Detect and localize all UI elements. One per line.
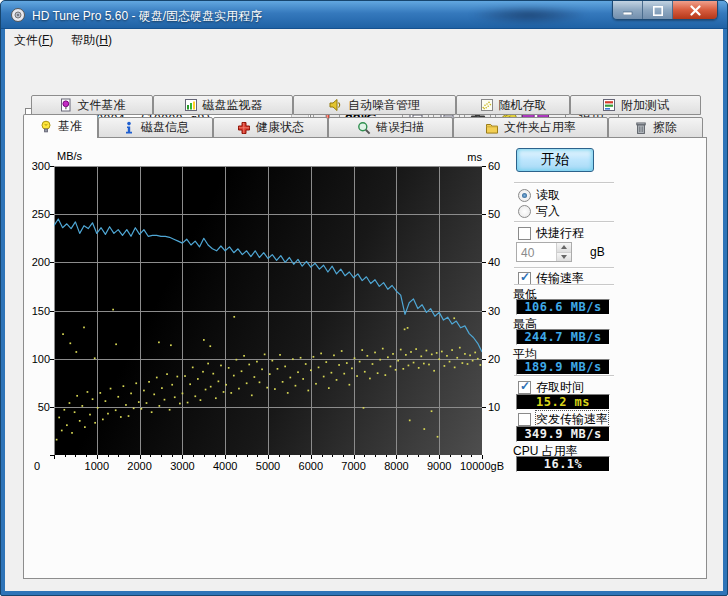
- write-radio[interactable]: [518, 205, 531, 218]
- file-benchmark-icon: [59, 98, 73, 112]
- benchmark-tab-page: MB/s ms 50100150200250300102030405060010…: [23, 137, 707, 579]
- x-tick-label: 6000: [299, 460, 323, 472]
- trash-icon: [634, 121, 648, 135]
- tick-mark: [161, 455, 162, 457]
- info-icon: [122, 121, 136, 135]
- tick-mark: [396, 455, 397, 459]
- x-tick-label: 8000: [384, 460, 408, 472]
- tick-mark: [50, 262, 54, 263]
- separator: [514, 375, 614, 377]
- read-radio-row[interactable]: 读取: [518, 187, 560, 204]
- x-tick-label: 7000: [341, 460, 365, 472]
- y-left-tick-label: 150: [24, 305, 50, 317]
- read-radio[interactable]: [518, 189, 531, 202]
- y-left-tick-label: 300: [24, 160, 50, 172]
- close-icon: [690, 5, 701, 16]
- average-value-display: 189.9 MB/s: [516, 359, 610, 375]
- tab-disk-monitor[interactable]: 磁盘监视器: [153, 95, 293, 115]
- tab-disk-info[interactable]: 磁盘信息: [98, 117, 213, 138]
- short-stroke-label: 快捷行程: [536, 225, 584, 242]
- tick-mark: [129, 455, 130, 457]
- separator: [514, 221, 614, 223]
- short-stroke-unit-label: gB: [590, 245, 605, 259]
- tick-mark: [354, 455, 355, 459]
- minimize-button[interactable]: [613, 1, 643, 20]
- access-time-value-display: 15.2 ms: [516, 394, 610, 410]
- tab-file-benchmark[interactable]: 文件基准: [31, 95, 153, 115]
- tab-error-scan[interactable]: 错误扫描: [328, 117, 453, 138]
- tab-auto-acoustic[interactable]: 自动噪音管理: [293, 95, 456, 115]
- titlebar: HD Tune Pro 5.60 - 硬盘/固态硬盘实用程序: [1, 1, 727, 29]
- menu-help[interactable]: 帮助(H): [62, 29, 121, 52]
- minimize-icon: [623, 6, 633, 15]
- y-left-tick-label: 250: [24, 208, 50, 220]
- tick-mark: [118, 455, 119, 457]
- short-stroke-size-value: 40: [517, 243, 556, 261]
- tick-mark: [482, 166, 486, 167]
- spinner-up-button[interactable]: [557, 243, 571, 253]
- tick-mark: [225, 455, 226, 459]
- tab-random-access[interactable]: 随机存取: [456, 95, 570, 115]
- separator: [514, 267, 614, 269]
- tab-row-secondary: 文件基准 磁盘监视器 自动噪音管理: [31, 95, 701, 115]
- chevron-up-icon: [561, 245, 567, 249]
- burst-rate-value-display: 349.9 MB/s: [516, 426, 610, 442]
- tick-mark: [407, 455, 408, 457]
- tick-mark: [311, 455, 312, 459]
- spinner: [556, 243, 571, 261]
- maximum-value-display: 244.7 MB/s: [516, 329, 610, 345]
- tick-mark: [86, 455, 87, 457]
- x-tick-label: 0: [34, 460, 40, 472]
- tab-folder-usage[interactable]: 文件夹占用率: [453, 117, 608, 138]
- tick-mark: [50, 311, 54, 312]
- tab-health[interactable]: 健康状态: [213, 117, 328, 138]
- tick-mark: [268, 455, 269, 459]
- tick-mark: [140, 455, 141, 459]
- tick-mark: [65, 455, 66, 457]
- tab-extra-tests[interactable]: 附加测试: [570, 95, 701, 115]
- spinner-down-button[interactable]: [557, 253, 571, 262]
- x-tick-label: 9000: [427, 460, 451, 472]
- tick-mark: [247, 455, 248, 457]
- tick-mark: [482, 407, 486, 408]
- tick-mark: [332, 455, 333, 457]
- tick-mark: [343, 455, 344, 457]
- chevron-down-icon: [561, 255, 567, 259]
- tick-mark: [418, 455, 419, 457]
- y-left-axis-unit: MB/s: [57, 150, 82, 162]
- y-left-tick-label: 100: [24, 353, 50, 365]
- tick-mark: [364, 455, 365, 457]
- magnifier-icon: [357, 121, 371, 135]
- close-button[interactable]: [673, 1, 717, 20]
- access-time-checkbox[interactable]: [518, 381, 531, 394]
- y-right-tick-label: 20: [488, 353, 500, 365]
- tick-mark: [204, 455, 205, 457]
- maximize-button[interactable]: [643, 1, 673, 20]
- separator: [514, 182, 614, 184]
- short-stroke-checkbox[interactable]: [518, 227, 531, 240]
- tick-mark: [375, 455, 376, 457]
- short-stroke-row[interactable]: 快捷行程: [518, 225, 584, 242]
- write-radio-label: 写入: [536, 203, 560, 220]
- tick-mark: [50, 407, 54, 408]
- tab-erase[interactable]: 擦除: [608, 117, 703, 138]
- tick-mark: [482, 455, 483, 459]
- titlebar-watermark: [469, 6, 589, 24]
- tick-mark: [172, 455, 173, 457]
- write-radio-row[interactable]: 写入: [518, 203, 560, 220]
- tick-mark: [461, 455, 462, 457]
- tab-benchmark[interactable]: 基准: [23, 114, 98, 138]
- menu-file[interactable]: 文件(F): [5, 29, 62, 52]
- minimum-value-display: 106.6 MB/s: [516, 299, 610, 315]
- menubar: 文件(F) 帮助(H): [5, 30, 723, 51]
- start-button[interactable]: 开始: [516, 148, 594, 172]
- x-tick-label: 2000: [127, 460, 151, 472]
- y-left-tick-label: 200: [24, 256, 50, 268]
- tick-mark: [439, 455, 440, 459]
- y-left-tick-label: 50: [24, 401, 50, 413]
- extra-tests-icon: [602, 98, 616, 112]
- burst-rate-checkbox[interactable]: [518, 413, 531, 426]
- window-title: HD Tune Pro 5.60 - 硬盘/固态硬盘实用程序: [32, 8, 262, 25]
- short-stroke-size-field[interactable]: 40: [516, 242, 572, 262]
- tick-mark: [450, 455, 451, 457]
